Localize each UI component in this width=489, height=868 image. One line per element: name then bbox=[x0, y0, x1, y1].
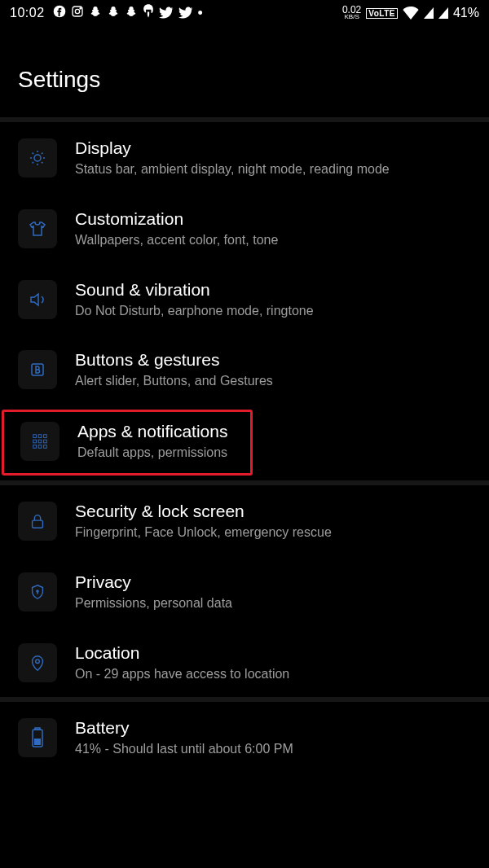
battery-icon bbox=[18, 718, 57, 757]
settings-item-battery[interactable]: Battery 41% - Should last until about 6:… bbox=[0, 702, 489, 773]
settings-item-customization[interactable]: Customization Wallpapers, accent color, … bbox=[0, 193, 489, 264]
twitter-icon bbox=[178, 7, 193, 20]
item-title: Buttons & gestures bbox=[75, 350, 273, 370]
settings-item-security[interactable]: Security & lock screen Fingerprint, Face… bbox=[0, 485, 489, 556]
item-title: Apps & notifications bbox=[77, 422, 227, 441]
item-title: Location bbox=[75, 643, 289, 663]
item-subtitle: 41% - Should last until about 6:00 PM bbox=[75, 741, 293, 758]
brightness-icon bbox=[18, 138, 57, 178]
signal-icon bbox=[438, 7, 448, 19]
signal-icon bbox=[424, 7, 434, 19]
svg-rect-19 bbox=[35, 728, 40, 730]
item-subtitle: Alert slider, Buttons, and Gestures bbox=[75, 373, 273, 390]
twitter-icon bbox=[159, 7, 174, 20]
svg-rect-11 bbox=[44, 440, 47, 443]
status-bar-right: 0.02 KB/S VoLTE 41% bbox=[342, 6, 479, 20]
svg-point-2 bbox=[75, 9, 79, 13]
svg-point-16 bbox=[37, 590, 38, 592]
data-speed-indicator: 0.02 KB/S bbox=[342, 7, 361, 20]
settings-item-display[interactable]: Display Status bar, ambient display, nig… bbox=[0, 122, 489, 193]
shield-icon bbox=[18, 572, 57, 612]
settings-item-location[interactable]: Location On - 29 apps have access to loc… bbox=[0, 627, 489, 698]
svg-rect-12 bbox=[33, 445, 37, 449]
snapchat-icon bbox=[89, 5, 102, 21]
item-title: Privacy bbox=[75, 572, 232, 592]
svg-point-3 bbox=[80, 8, 81, 9]
svg-rect-6 bbox=[33, 435, 37, 438]
status-bar-left: 10:02 • bbox=[10, 4, 203, 22]
instagram-icon bbox=[71, 5, 84, 21]
item-title: Security & lock screen bbox=[75, 502, 332, 521]
volte-icon: VoLTE bbox=[366, 8, 398, 19]
item-title: Customization bbox=[75, 209, 278, 229]
svg-point-17 bbox=[36, 659, 40, 663]
location-pin-icon bbox=[18, 643, 57, 682]
settings-item-buttons[interactable]: Buttons & gestures Alert slider, Buttons… bbox=[0, 334, 489, 405]
sound-icon bbox=[18, 280, 57, 319]
svg-point-4 bbox=[34, 155, 41, 161]
snapchat-icon bbox=[125, 5, 138, 21]
facebook-icon bbox=[53, 5, 66, 21]
status-bar: 10:02 • 0.02 KB/S VoLTE bbox=[0, 0, 489, 26]
wifi-icon bbox=[403, 7, 419, 20]
item-subtitle: Status bar, ambient display, night mode,… bbox=[75, 161, 390, 178]
settings-item-apps-highlighted[interactable]: Apps & notifications Default apps, permi… bbox=[2, 410, 253, 476]
settings-item-sound[interactable]: Sound & vibration Do Not Disturb, earpho… bbox=[0, 264, 489, 335]
swiggy-icon bbox=[143, 4, 154, 22]
item-subtitle: Default apps, permissions bbox=[77, 445, 227, 462]
snapchat-icon bbox=[107, 5, 120, 21]
battery-percent: 41% bbox=[453, 6, 479, 20]
apps-grid-icon bbox=[20, 422, 59, 461]
item-title: Battery bbox=[75, 718, 293, 738]
item-subtitle: Permissions, personal data bbox=[75, 595, 232, 612]
tshirt-icon bbox=[18, 209, 57, 248]
svg-rect-7 bbox=[38, 435, 42, 438]
item-subtitle: Do Not Disturb, earphone mode, ringtone bbox=[75, 303, 314, 320]
item-subtitle: On - 29 apps have access to location bbox=[75, 666, 289, 683]
svg-rect-13 bbox=[38, 445, 42, 449]
svg-rect-8 bbox=[44, 435, 47, 438]
item-title: Sound & vibration bbox=[75, 280, 314, 300]
page-title: Settings bbox=[0, 26, 489, 117]
lock-icon bbox=[18, 502, 57, 541]
clock: 10:02 bbox=[10, 6, 45, 20]
item-subtitle: Wallpapers, accent color, font, tone bbox=[75, 232, 278, 249]
svg-rect-20 bbox=[34, 739, 41, 745]
svg-rect-15 bbox=[33, 520, 43, 528]
item-title: Display bbox=[75, 138, 390, 158]
settings-item-privacy[interactable]: Privacy Permissions, personal data bbox=[0, 556, 489, 627]
svg-rect-14 bbox=[44, 445, 47, 449]
buttons-icon bbox=[18, 350, 57, 389]
svg-rect-9 bbox=[33, 440, 37, 443]
svg-rect-10 bbox=[38, 440, 42, 443]
item-subtitle: Fingerprint, Face Unlock, emergency resc… bbox=[75, 524, 332, 541]
